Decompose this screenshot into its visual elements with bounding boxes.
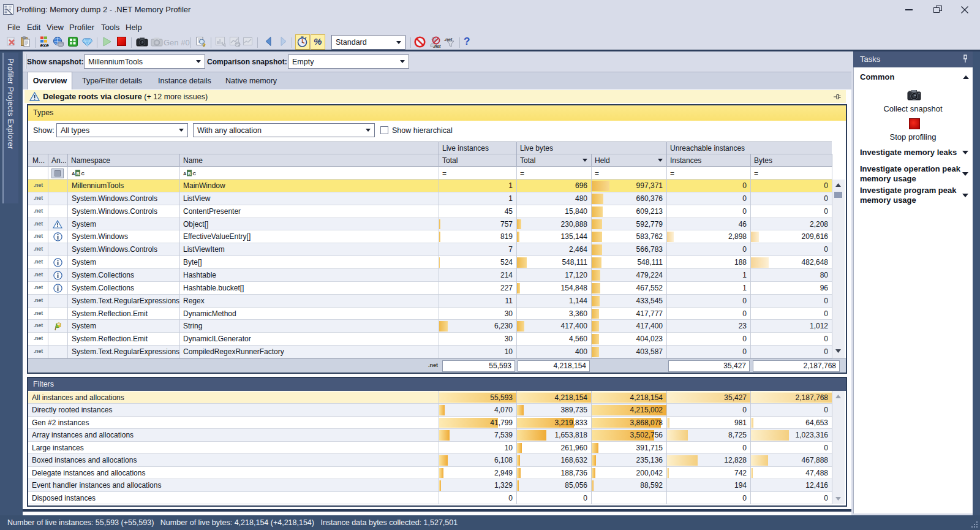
svg-text:exe: exe bbox=[40, 42, 49, 48]
svg-text:A: A bbox=[183, 171, 187, 176]
svg-text:B: B bbox=[77, 171, 80, 176]
svg-text:C: C bbox=[81, 171, 85, 176]
svg-text:B: B bbox=[188, 171, 192, 176]
svg-text:A: A bbox=[72, 171, 75, 176]
svg-text:C: C bbox=[193, 171, 197, 176]
svg-text:.net: .net bbox=[433, 44, 441, 48]
